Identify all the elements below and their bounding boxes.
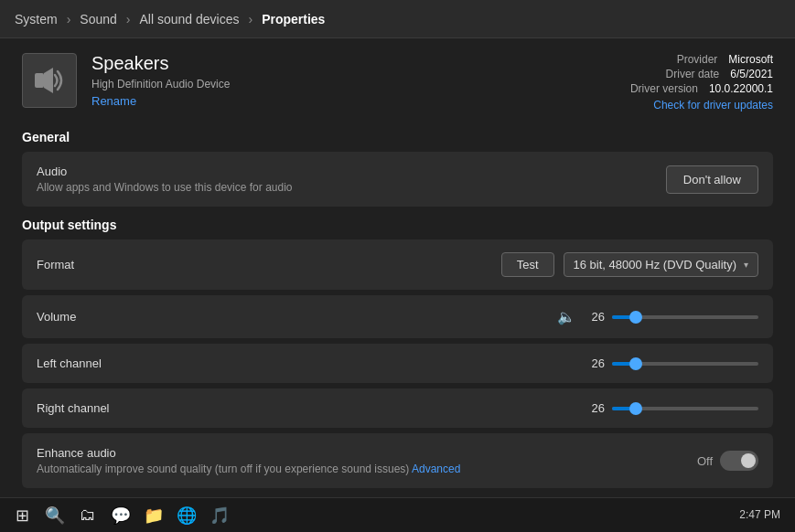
chevron-down-icon: ▾	[744, 260, 748, 270]
taskview-icon[interactable]: 🗂	[73, 501, 102, 530]
search-taskbar-icon[interactable]: 🔍	[40, 501, 70, 530]
format-row: Format Test 16 bit, 48000 Hz (DVD Qualit…	[22, 239, 773, 290]
audio-card-text: Audio Allow apps and Windows to use this…	[37, 165, 293, 194]
right-channel-thumb[interactable]	[629, 402, 642, 415]
device-subtitle: High Definition Audio Device	[91, 78, 230, 90]
breadcrumb-properties: Properties	[262, 12, 325, 27]
format-value: 16 bit, 48000 Hz (DVD Quality)	[574, 258, 736, 271]
format-label: Format	[37, 258, 128, 271]
right-channel-label: Right channel	[37, 401, 128, 415]
main-content: Speakers High Definition Audio Device Re…	[0, 38, 795, 497]
left-channel-slider[interactable]	[612, 362, 758, 366]
enhance-toggle-container: Off	[697, 451, 758, 471]
general-heading: General	[22, 130, 773, 144]
driver-date-label: Driver date	[666, 68, 720, 80]
browser-icon[interactable]: 🌐	[172, 501, 201, 530]
enhance-audio-subtitle: Automatically improve sound quality (tur…	[37, 463, 460, 475]
enhance-audio-card: Enhance audio Automatically improve soun…	[22, 433, 773, 488]
chat-icon[interactable]: 💬	[106, 501, 135, 530]
check-driver-link[interactable]: Check for driver updates	[630, 99, 773, 112]
left-channel-value: 26	[585, 356, 605, 370]
device-info: Speakers High Definition Audio Device Re…	[22, 53, 230, 108]
left-channel-thumb[interactable]	[629, 357, 642, 370]
format-dropdown[interactable]: 16 bit, 48000 Hz (DVD Quality) ▾	[564, 252, 758, 277]
device-name: Speakers	[91, 53, 230, 74]
left-channel-slider-container: 26	[585, 356, 758, 370]
start-button[interactable]: ⊞	[7, 501, 37, 530]
volume-thumb[interactable]	[629, 311, 642, 324]
volume-slider-container: 26	[585, 310, 758, 324]
breadcrumb-sep-2: ›	[126, 12, 131, 27]
music-icon[interactable]: 🎵	[205, 501, 234, 530]
driver-version-row: Driver version 10.0.22000.1	[630, 82, 773, 95]
driver-version-label: Driver version	[630, 82, 698, 95]
output-settings-section: Output settings Format Test 16 bit, 4800…	[22, 218, 773, 428]
svg-rect-0	[35, 73, 44, 88]
enhance-audio-text: Enhance audio Automatically improve soun…	[37, 446, 460, 475]
breadcrumb-sound[interactable]: Sound	[80, 12, 116, 27]
driver-date-row: Driver date 6/5/2021	[630, 68, 773, 80]
title-bar: System › Sound › All sound devices › Pro…	[0, 0, 795, 38]
volume-value: 26	[585, 310, 605, 324]
device-text: Speakers High Definition Audio Device Re…	[91, 53, 230, 108]
format-controls: Test 16 bit, 48000 Hz (DVD Quality) ▾	[501, 252, 758, 277]
test-button[interactable]: Test	[501, 252, 554, 277]
dont-allow-button[interactable]: Don't allow	[666, 165, 758, 194]
speaker-icon	[22, 53, 77, 108]
device-driver-info: Provider Microsoft Driver date 6/5/2021 …	[630, 53, 773, 112]
breadcrumb-system[interactable]: System	[15, 12, 58, 27]
driver-date-value: 6/5/2021	[730, 68, 773, 80]
audio-card-subtitle: Allow apps and Windows to use this devic…	[37, 181, 293, 194]
taskbar: ⊞ 🔍 🗂 💬 📁 🌐 🎵 2:47 PM	[0, 497, 795, 532]
toggle-knob	[741, 453, 756, 468]
right-channel-row: Right channel 26	[22, 388, 773, 428]
volume-slider[interactable]	[612, 315, 758, 319]
enhance-toggle-label: Off	[697, 454, 713, 468]
svg-marker-1	[44, 68, 53, 93]
right-channel-slider[interactable]	[612, 407, 758, 410]
breadcrumb-allsound[interactable]: All sound devices	[140, 12, 240, 27]
time-display: 2:47 PM	[739, 508, 780, 523]
provider-label: Provider	[677, 53, 718, 66]
volume-label: Volume	[37, 310, 128, 324]
right-channel-controls: 26	[585, 401, 758, 415]
breadcrumb-sep-1: ›	[67, 12, 71, 27]
audio-card: Audio Allow apps and Windows to use this…	[22, 152, 773, 207]
enhance-audio-title: Enhance audio	[37, 446, 460, 460]
enhance-toggle[interactable]	[720, 451, 758, 471]
rename-link[interactable]: Rename	[91, 94, 230, 108]
left-channel-controls: 26	[585, 356, 758, 370]
taskbar-right: 2:47 PM	[739, 508, 788, 523]
taskbar-left: ⊞ 🔍 🗂 💬 📁 🌐 🎵	[7, 501, 234, 530]
driver-version-value: 10.0.22000.1	[709, 82, 773, 95]
clock-time: 2:47 PM	[739, 508, 780, 523]
provider-value: Microsoft	[728, 53, 773, 66]
volume-controls: 🔈 26	[557, 308, 758, 325]
audio-card-title: Audio	[37, 165, 293, 178]
enhance-audio-desc: Automatically improve sound quality (tur…	[37, 463, 409, 475]
right-channel-value: 26	[585, 401, 605, 415]
breadcrumb-sep-3: ›	[248, 12, 252, 27]
device-header: Speakers High Definition Audio Device Re…	[22, 53, 773, 112]
advanced-link[interactable]: Advanced	[412, 463, 460, 475]
volume-row: Volume 🔈 26	[22, 295, 773, 338]
volume-icon: 🔈	[557, 308, 575, 325]
provider-row: Provider Microsoft	[630, 53, 773, 66]
left-channel-label: Left channel	[37, 356, 128, 370]
explorer-icon[interactable]: 📁	[139, 501, 168, 530]
output-settings-heading: Output settings	[22, 218, 773, 232]
left-channel-row: Left channel 26	[22, 344, 773, 383]
right-channel-slider-container: 26	[585, 401, 758, 415]
